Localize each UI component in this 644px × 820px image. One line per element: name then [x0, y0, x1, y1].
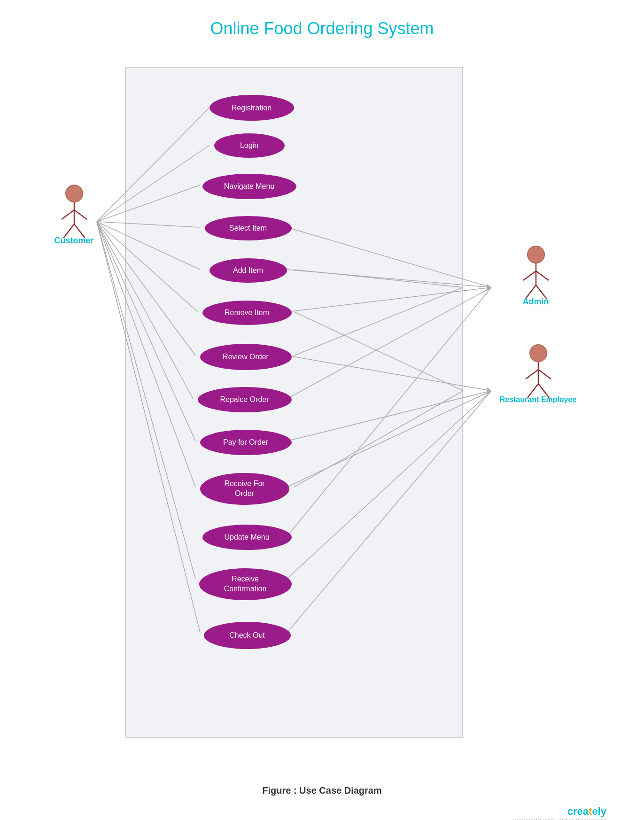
admin-label: Admin — [523, 297, 549, 307]
creately-branding: creately www.creately.com • Online Diagr… — [0, 805, 606, 820]
svg-line-36 — [523, 271, 536, 280]
svg-point-28 — [66, 185, 83, 202]
diagram-caption: Figure : Use Case Diagram — [0, 785, 644, 796]
svg-line-42 — [526, 370, 538, 379]
svg-point-40 — [530, 345, 547, 362]
page-title: Online Food Ordering System — [0, 0, 644, 39]
actor-admin: Admin — [482, 245, 590, 307]
actor-employee: Restaurant Employee — [473, 344, 604, 404]
uc-review-order: Review Order — [200, 344, 292, 370]
creately-logo-text: creately — [567, 805, 606, 817]
svg-line-37 — [536, 271, 549, 280]
uc-registration: Registration — [209, 95, 294, 121]
uc-checkout: Check Out — [204, 622, 291, 649]
uc-remove-item: Remove Item — [202, 301, 292, 325]
uc-pay-order: Pay for Order — [200, 430, 292, 455]
svg-line-31 — [74, 210, 87, 219]
svg-point-34 — [528, 246, 544, 263]
uc-update-menu: Update Menu — [202, 525, 292, 550]
uc-add-item: Add Item — [209, 258, 287, 283]
uc-select-item: Select Item — [205, 216, 292, 240]
svg-line-30 — [62, 210, 74, 219]
employee-label: Restaurant Employee — [500, 395, 577, 404]
uc-login: Login — [214, 133, 285, 158]
system-boundary — [125, 67, 463, 738]
uc-receive-order: Receive For Order — [200, 473, 289, 505]
diagram-container: Customer Admin Restaurant Employee Regis… — [40, 53, 604, 781]
creately-url: www.creately.com • Online Diagramming — [0, 818, 606, 820]
uc-replace-order: Repalce Order — [198, 387, 292, 412]
uc-receive-confirmation: Receive Confirmation — [199, 568, 292, 600]
svg-line-43 — [538, 370, 551, 379]
creately-dot: t — [589, 805, 592, 817]
uc-navigate-menu: Navigate Menu — [202, 174, 296, 199]
customer-label: Customer — [54, 236, 94, 246]
actor-customer: Customer — [54, 184, 94, 246]
